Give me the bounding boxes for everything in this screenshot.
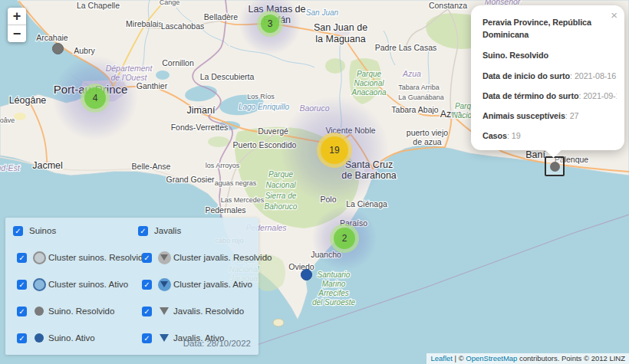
map-label: La Descubierta xyxy=(200,72,255,81)
cluster-marker[interactable]: 3 xyxy=(257,11,283,37)
point-marker-dot xyxy=(550,162,560,172)
map-label: Padre Las Casas xyxy=(375,43,437,52)
close-icon[interactable]: × xyxy=(611,9,617,21)
map-label: los Arroyos xyxy=(206,162,240,169)
legend-checkbox[interactable]: ✓ xyxy=(142,307,152,316)
legend-item: ✓Javalis. Resolvido xyxy=(142,304,263,318)
point-marker-active[interactable] xyxy=(301,269,312,280)
suino-ativo-icon xyxy=(31,333,47,343)
map-label: Département du Sud-Est xyxy=(0,163,21,172)
legend-item: ✓Cluster suinos. Resolvido xyxy=(17,251,138,264)
map-label: ParqueNacionalAnacaona xyxy=(351,70,386,97)
popup-status: Suino. Resolvido xyxy=(482,51,617,60)
map-label: Cornillon xyxy=(162,58,194,67)
map-label: Tabara Abajo xyxy=(391,105,438,114)
legend-checkbox[interactable]: ✓ xyxy=(17,253,27,263)
popup-field: Data de inicio do surto: 2021-08-16 xyxy=(482,71,617,80)
beach xyxy=(14,113,26,120)
attribution-rest: contributors. Points © 2012 LINZ xyxy=(517,354,625,362)
map-label: Lago Enriquillo xyxy=(239,103,290,111)
map-label: Jimaní xyxy=(187,105,216,116)
legend-item: ✓Suino. Ativo xyxy=(17,331,138,345)
zoom-control: + − xyxy=(8,8,26,42)
popup-field-label: Data de inicio do surto xyxy=(482,71,570,80)
popup-field: Animais susceptíveis: 27 xyxy=(482,111,617,120)
isla-beata xyxy=(273,319,284,326)
zoom-in-button[interactable]: + xyxy=(8,8,26,25)
map-label: Duvergé xyxy=(258,126,288,136)
map-label: Grand Gosier xyxy=(166,175,215,184)
cluster-javalis-ativo-icon xyxy=(156,278,172,291)
legend-checkbox[interactable]: ✓ xyxy=(142,253,152,263)
legend-item-label: Cluster javalis. Resolvido xyxy=(173,253,272,262)
legend-group-suinos: ✓Suinos xyxy=(13,224,138,238)
map-label: Aubry xyxy=(74,46,95,55)
popup-field-label: Data de término do surto xyxy=(482,91,578,100)
legend-checkbox-suinos[interactable]: ✓ xyxy=(13,226,23,236)
map-label: Puerto Escondido xyxy=(233,140,297,149)
map-label: SantuarioMarinoArrecifesdel Suroeste xyxy=(312,271,356,307)
zoom-out-button[interactable]: − xyxy=(8,25,26,42)
legend-item-label: Suino. Resolvido xyxy=(48,307,114,316)
legend-group-label: Suinos xyxy=(29,226,56,235)
map-label: Belle-Anse xyxy=(132,162,171,171)
legend-panel: ✓Suinos✓Cluster suinos. Resolvido✓Cluste… xyxy=(5,218,259,355)
cluster-marker[interactable]: 4 xyxy=(81,84,110,113)
suino-resolvido-icon xyxy=(31,307,47,316)
point-marker-selected[interactable] xyxy=(545,156,565,176)
legend-item-label: Suino. Ativo xyxy=(48,333,95,343)
map-label: San Juan xyxy=(306,8,339,17)
map-label: Belladère xyxy=(204,12,239,21)
popup-field-value: : 19 xyxy=(507,131,521,140)
cluster-count: 2 xyxy=(342,233,347,244)
map-label: Goâve xyxy=(0,116,15,124)
legend-group-label: Javalis xyxy=(154,226,181,235)
legend-checkbox[interactable]: ✓ xyxy=(142,280,152,290)
popup-field: Casos: 19 xyxy=(482,131,617,140)
cluster-suinos-resolvido-icon xyxy=(31,251,47,264)
legend-checkbox[interactable]: ✓ xyxy=(17,280,27,290)
map-label: Arcahaie xyxy=(36,33,68,42)
legend-checkbox[interactable]: ✓ xyxy=(142,333,152,343)
popup-field-label: Animais susceptíveis xyxy=(482,111,565,120)
osm-link[interactable]: OpenStreetMap xyxy=(466,354,517,362)
outbreak-popup: × Peravia Province, República Dominicana… xyxy=(471,5,624,150)
map-label: Fonds-Verrettes xyxy=(171,123,229,132)
legend-checkbox[interactable]: ✓ xyxy=(17,307,27,316)
legend-item-label: Cluster suinos. Resolvido xyxy=(48,253,148,262)
map-label: San Juan dela Maguana xyxy=(314,22,367,44)
legend-item-label: Cluster suinos. Ativo xyxy=(48,280,128,289)
legend-group-javalis: ✓Javalis xyxy=(138,224,263,238)
map-label: Los Ríos xyxy=(247,93,275,100)
popup-field: Data de término do surto: 2021-09-10 xyxy=(482,91,617,100)
cluster-marker[interactable]: 19 xyxy=(317,133,352,168)
cluster-marker[interactable]: 2 xyxy=(330,224,359,253)
javalis-ativo-icon xyxy=(156,334,172,342)
map-label: Cange xyxy=(160,0,180,6)
legend-item-label: Javalis. Resolvido xyxy=(173,307,244,316)
map-label: Jacmel xyxy=(32,160,63,171)
map-label: Pedernales xyxy=(205,205,245,215)
map-label: La Ciénaga xyxy=(346,199,387,208)
legend-checkbox[interactable]: ✓ xyxy=(17,333,27,343)
map-label: Tabara Arriba xyxy=(398,84,440,91)
cluster-javalis-resolvido-icon xyxy=(156,251,172,264)
legend-checkbox-javalis[interactable]: ✓ xyxy=(138,226,148,236)
legend-item: ✓Cluster javalis. Ativo xyxy=(142,277,263,291)
map-label: Polo xyxy=(320,195,336,204)
map-label: Juancho xyxy=(311,250,341,259)
point-marker-resolved[interactable] xyxy=(52,43,64,54)
map-label: Santa Cruzde Barahona xyxy=(341,159,397,181)
popup-title: Peravia Province, República Dominicana xyxy=(482,16,617,41)
leaflet-link[interactable]: Leaflet xyxy=(430,354,453,362)
map-canvas[interactable]: La ChapelleCangeMirebalaisLascahobasBell… xyxy=(0,0,629,364)
attribution-sep: | © xyxy=(453,354,466,362)
legend-item: ✓Cluster javalis. Resolvido xyxy=(142,251,263,264)
popup-field-value: : 27 xyxy=(565,111,579,120)
attribution-bar: Leaflet | © OpenStreetMap contributors. … xyxy=(426,353,629,364)
map-label: Ganthier xyxy=(137,81,168,90)
popup-field-label: Casos xyxy=(482,131,507,140)
map-label: Las Mercedes xyxy=(221,196,265,204)
legend-item-label: Cluster javalis. Ativo xyxy=(173,280,252,289)
map-label: Baní xyxy=(525,149,545,160)
